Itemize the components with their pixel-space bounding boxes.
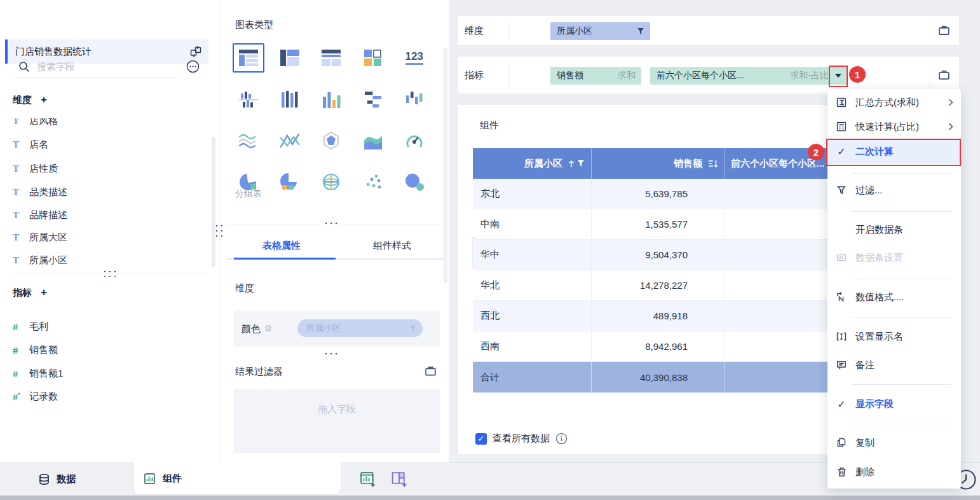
menu-item-note[interactable]: 备注 xyxy=(827,354,961,377)
shelf-briefcase-icon[interactable] xyxy=(938,69,950,81)
trash-icon xyxy=(836,467,847,477)
custom-sort-icon[interactable] xyxy=(708,159,718,168)
field-item[interactable]: # 毛利 xyxy=(13,318,203,335)
tab-component-style[interactable]: 组件样式 xyxy=(337,233,447,258)
tab-data[interactable]: 数据 xyxy=(38,462,76,496)
menu-item-number-format[interactable]: 数值格式.... xyxy=(827,286,961,309)
shelf-briefcase-icon[interactable] xyxy=(938,25,950,37)
sidebar-resize-handle[interactable] xyxy=(102,269,118,277)
menu-item-secondary-calc[interactable]: ✓ 二次计算 xyxy=(827,139,961,164)
dropdown-caret-icon[interactable] xyxy=(835,74,841,78)
search-icon xyxy=(18,60,31,73)
chart-type-detail-table[interactable] xyxy=(315,43,347,73)
chart-type-bubble[interactable] xyxy=(398,167,430,197)
info-icon[interactable] xyxy=(555,433,568,445)
copy-icon xyxy=(836,438,847,448)
menu-item-show-fields[interactable]: ✓ 显示字段 xyxy=(827,392,961,415)
metric-pill-sales[interactable]: 销售额 求和 xyxy=(550,67,641,85)
number-format-icon xyxy=(836,292,847,302)
field-item-clipped[interactable]: T 店风格 xyxy=(13,118,203,129)
panel-scrollbar[interactable] xyxy=(444,48,447,283)
table-header-sales[interactable]: 销售额 xyxy=(592,148,725,179)
field-item[interactable]: T 品类描述 xyxy=(13,184,203,200)
menu-item-delete[interactable]: 删除 xyxy=(827,461,961,483)
chart-type-cross-table[interactable] xyxy=(274,43,306,73)
gear-icon[interactable]: ⚙ xyxy=(264,323,273,333)
text-field-icon: T xyxy=(13,163,27,174)
chevron-right-icon xyxy=(948,99,953,106)
menu-item-display-name[interactable]: 设置显示名 xyxy=(827,325,961,348)
menu-divider xyxy=(852,211,951,212)
calculator-icon xyxy=(836,122,847,132)
add-dashboard-icon[interactable] xyxy=(391,471,408,488)
annotation-step-1: 1 xyxy=(849,66,866,83)
chart-type-grouped-column[interactable] xyxy=(233,85,264,114)
number-field-icon: # xyxy=(13,368,27,379)
field-item[interactable]: #* 记录数 xyxy=(13,388,203,405)
field-sidebar: 门店销售数据统计 搜索字段 维度 + xyxy=(0,0,220,462)
table-header-region[interactable]: 所属小区 xyxy=(473,148,592,179)
chart-type-multi-line[interactable] xyxy=(274,126,306,155)
add-component-icon[interactable] xyxy=(360,471,377,488)
field-item[interactable]: # 销售额 xyxy=(13,342,203,358)
search-input[interactable]: 搜索字段 xyxy=(37,61,75,73)
chart-type-kpi-card[interactable]: 123 xyxy=(398,43,430,73)
menu-item-enable-databar[interactable]: 开启数据条 xyxy=(827,218,961,241)
sidebar-scrollbar[interactable] xyxy=(212,137,215,267)
chart-type-group-table[interactable] xyxy=(233,43,264,73)
text-field-icon: T xyxy=(13,118,27,127)
tab-table-properties[interactable]: 表格属性 xyxy=(226,233,337,258)
more-options-icon[interactable] xyxy=(186,59,200,74)
field-item[interactable]: # 销售额1 xyxy=(13,365,203,382)
chart-type-column[interactable] xyxy=(315,85,347,114)
field-item[interactable]: T 店名 xyxy=(13,136,203,153)
chart-type-multi-column[interactable] xyxy=(274,85,306,114)
chart-type-multi-pie[interactable] xyxy=(274,167,306,197)
funnel-icon[interactable] xyxy=(577,160,585,167)
view-all-label: 查看所有数据 xyxy=(493,433,550,445)
chart-type-color-block[interactable] xyxy=(357,43,389,73)
metric-pill-calc[interactable]: 前六个小区每个小区... 求和-占比 xyxy=(650,67,847,85)
menu-item-filter[interactable]: 过滤... xyxy=(827,178,961,202)
menu-item-quick-calc[interactable]: 快速计算(占比) xyxy=(827,115,961,139)
metric-context-menu: 汇总方式(求和) 快速计算(占比) ✓ 二次计算 过滤... xyxy=(827,89,961,489)
result-filter-label: 结果过滤器 xyxy=(235,366,283,378)
chart-type-rose[interactable] xyxy=(315,167,347,197)
menu-divider xyxy=(852,384,951,385)
component-title: 组件 xyxy=(480,120,499,132)
menu-item-aggregation[interactable]: 汇总方式(求和) xyxy=(827,90,961,115)
text-field-icon: T xyxy=(13,139,27,150)
result-filter-dropzone[interactable]: 拖入字段 xyxy=(234,389,440,453)
chart-type-line[interactable] xyxy=(233,126,264,155)
chart-type-range-column[interactable] xyxy=(398,85,430,114)
field-item[interactable]: T 品牌描述 xyxy=(13,207,203,223)
menu-divider xyxy=(852,173,951,174)
chart-type-title: 图表类型 xyxy=(235,19,273,31)
chart-type-scatter[interactable] xyxy=(357,167,389,197)
switch-dataset-icon[interactable] xyxy=(189,45,202,58)
search-underline xyxy=(13,78,179,78)
funnel-icon[interactable] xyxy=(637,27,644,35)
chart-type-bar[interactable] xyxy=(357,85,389,114)
view-all-checkbox[interactable]: ✓ xyxy=(475,433,487,445)
dimension-pill[interactable]: 所属小区 xyxy=(550,22,650,40)
field-item[interactable]: T 所属小区 xyxy=(13,252,203,268)
color-field-pill[interactable]: 所属小区 xyxy=(297,319,423,337)
menu-item-copy[interactable]: 复制 xyxy=(827,431,961,454)
shelf-divider xyxy=(930,20,930,41)
tab-component-active[interactable]: 组件 xyxy=(133,462,341,495)
chart-type-gauge[interactable] xyxy=(398,126,430,155)
filter-briefcase-icon[interactable] xyxy=(425,365,437,377)
panel-resize-handle[interactable] xyxy=(323,221,337,228)
chart-type-radar[interactable] xyxy=(315,126,347,155)
panel-splitter-handle[interactable] xyxy=(214,223,222,237)
chart-type-area[interactable] xyxy=(357,126,389,155)
section-resize-handle[interactable] xyxy=(323,351,337,358)
add-metric-button[interactable]: + xyxy=(41,286,47,299)
sort-asc-icon[interactable] xyxy=(568,160,575,168)
dataset-selector[interactable]: 门店销售数据统计 xyxy=(5,39,208,64)
add-dimension-button[interactable]: + xyxy=(41,94,47,106)
text-field-icon: T xyxy=(13,187,27,198)
field-item[interactable]: T 店性质 xyxy=(13,160,203,177)
field-item[interactable]: T 所属大区 xyxy=(13,229,203,246)
